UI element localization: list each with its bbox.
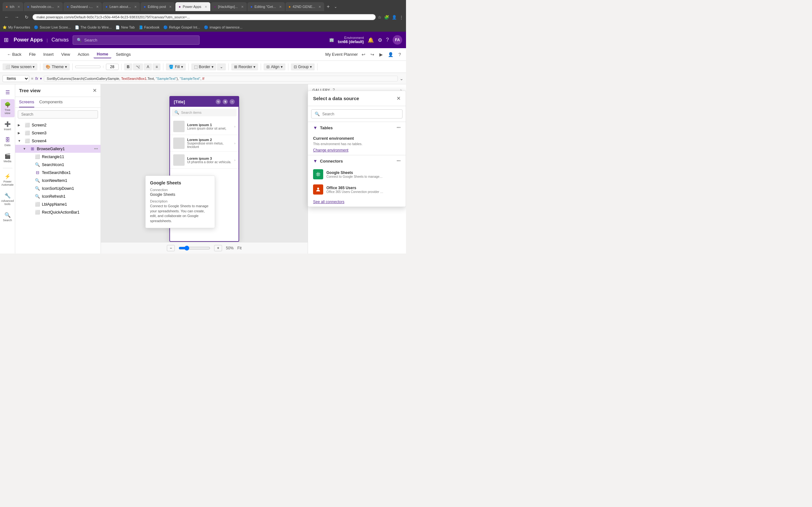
back-button[interactable]: ←: [3, 14, 11, 20]
align-button[interactable]: ≡: [153, 63, 160, 70]
url-input[interactable]: [32, 14, 376, 20]
profile-icon[interactable]: 👤: [392, 15, 397, 20]
tab-hackalgo[interactable]: ● [HackAlgo]... ✕: [211, 2, 247, 11]
tree-item-iconrefresh1[interactable]: 🔍 IconRefresh1: [15, 192, 101, 200]
bookmark-refuge[interactable]: 🔵 Refuge Gospel Int...: [163, 25, 200, 30]
formula-bar[interactable]: SortByColumns(Search(CustomGallerySample…: [44, 76, 398, 81]
connector-google-sheets[interactable]: Google Sheets Connect to Google Sheets t…: [308, 167, 406, 182]
menu-home[interactable]: Home: [94, 50, 111, 58]
tree-item-screen3[interactable]: ▶ ⬜ Screen3: [15, 129, 101, 137]
color-button[interactable]: A: [144, 63, 152, 70]
help-menu-icon[interactable]: ?: [397, 51, 402, 58]
align-btn[interactable]: ⊟ Align ▾: [264, 63, 286, 70]
grid-icon[interactable]: ⊞: [4, 37, 9, 43]
sidebar-item-menu[interactable]: ☰: [1, 87, 14, 98]
tab-close[interactable]: ✕: [134, 5, 137, 9]
zoom-slider[interactable]: [179, 245, 210, 250]
bookmark-favourites[interactable]: ⭐ My Favourites: [3, 25, 30, 30]
tree-item-screen2[interactable]: ▶ ⬜ Screen2: [15, 121, 101, 129]
sidebar-item-insert[interactable]: ➕ Insert: [1, 118, 14, 133]
font-name-box[interactable]: [75, 66, 101, 68]
person-search-icon[interactable]: 👤: [387, 51, 395, 58]
tab-learn[interactable]: ● Learn about... ✕: [102, 2, 140, 11]
reload-button[interactable]: ↻: [23, 14, 31, 20]
tree-item-browsegallery[interactable]: ▼ ⊞ BrowseGallery1 •••: [15, 145, 101, 153]
tab-close[interactable]: ✕: [241, 5, 244, 9]
bookmark-soccer[interactable]: 🔵 Soccer Live Score...: [34, 25, 71, 30]
tab-close[interactable]: ✕: [279, 5, 282, 9]
phone-list-item-2[interactable]: Lorem ipsum 2 Suspendisse enim metus, ti…: [170, 135, 239, 152]
property-select[interactable]: Items: [3, 75, 29, 82]
see-all-connectors-link[interactable]: See all connectors: [308, 197, 406, 207]
tree-item-rectquickactionbar1[interactable]: ⬜ RectQuickActionBar1: [15, 208, 101, 216]
menu-insert[interactable]: Insert: [40, 51, 57, 58]
tab-close[interactable]: ✕: [205, 5, 207, 9]
menu-file[interactable]: File: [26, 51, 39, 58]
fill-button[interactable]: 🪣 Fill ▾: [166, 63, 186, 70]
tree-item-searchicon1[interactable]: 🔍 SearchIcon1: [15, 161, 101, 169]
add-header-icon[interactable]: +: [230, 99, 235, 104]
formula-expand-icon[interactable]: ▾: [40, 76, 42, 81]
theme-button[interactable]: 🎨 Theme ▾: [43, 63, 69, 70]
back-menu-item[interactable]: ← Back: [4, 51, 25, 58]
connector-office365[interactable]: Office 365 Users Office 365 Users Connec…: [308, 182, 406, 197]
tree-item-screen4[interactable]: ▼ ⬜ Screen4: [15, 137, 101, 145]
settings-icon[interactable]: ⚙: [378, 37, 382, 43]
menu-action[interactable]: Action: [74, 51, 92, 58]
sidebar-item-advanced-tools[interactable]: 🔧 Advanced tools: [1, 190, 14, 208]
help-icon[interactable]: ?: [386, 37, 389, 43]
change-env-link[interactable]: Change environment: [313, 148, 348, 153]
sidebar-item-media[interactable]: 🎬 Media: [1, 151, 14, 165]
tab-close[interactable]: ✕: [57, 5, 60, 9]
tab-hashnode[interactable]: ● hashnode.co... ✕: [24, 2, 63, 11]
tree-tab-components[interactable]: Components: [39, 97, 63, 107]
more-options-icon[interactable]: •••: [94, 147, 98, 151]
fit-label[interactable]: Fit: [237, 246, 241, 250]
tree-item-iconnewitem1[interactable]: 🔍 IconNewItem1: [15, 176, 101, 184]
bookmark-guide[interactable]: 📄 The Guide to Wire...: [75, 25, 112, 30]
tree-tab-screens[interactable]: Screens: [19, 97, 34, 107]
border-button[interactable]: ⬚ Border ▾: [191, 63, 216, 70]
group-button[interactable]: ⊡ Group ▾: [291, 63, 315, 70]
formula-chevron-icon[interactable]: ⌄: [400, 76, 403, 81]
bookmark-facebook[interactable]: 📘 Facebook: [139, 25, 159, 30]
phone-search-bar[interactable]: 🔍 Search items: [172, 109, 237, 116]
new-screen-button[interactable]: ⬜ New screen ▾: [3, 63, 38, 70]
avatar[interactable]: FA: [393, 35, 402, 45]
bold-button[interactable]: B: [124, 63, 133, 70]
sidebar-item-search[interactable]: 🔍 Search: [1, 210, 14, 224]
ds-search-input[interactable]: [322, 112, 399, 116]
phone-list-item-1[interactable]: Lorem ipsum 1 Lorem ipsum dolor sit amet…: [170, 118, 239, 135]
new-tab-button[interactable]: +: [325, 4, 332, 9]
bookmark-icon[interactable]: ☆: [378, 15, 382, 20]
tab-42nd[interactable]: ● 42ND GENE... ✕: [286, 2, 324, 11]
tab-powerapps[interactable]: ● Power Apps ✕: [175, 2, 210, 11]
tab-editing-post[interactable]: ● Editing post ✕: [141, 2, 175, 11]
sidebar-item-power-automate[interactable]: ⚡ Power Automate: [1, 171, 14, 189]
tab-tch[interactable]: ● tch ✕: [3, 2, 23, 11]
font-size-value[interactable]: 28: [106, 64, 119, 70]
phone-list-item-3[interactable]: Lorem ipsum 3 Ut pharetra a dolor ac veh…: [170, 152, 239, 169]
tab-close[interactable]: ✕: [169, 5, 171, 9]
ds-connectors-header[interactable]: ▼ Connectors •••: [308, 155, 406, 167]
extensions-icon[interactable]: 🧩: [384, 15, 389, 20]
forward-button[interactable]: →: [13, 14, 21, 20]
menu-dots-icon[interactable]: ⋮: [399, 15, 403, 20]
tables-more-icon[interactable]: •••: [397, 125, 401, 130]
menu-view[interactable]: View: [58, 51, 73, 58]
italic-button[interactable]: ⌥: [133, 63, 143, 70]
sort-header-icon[interactable]: ⇅: [223, 99, 228, 104]
tree-item-iconsortupdown1[interactable]: 🔍 IconSortUpDown1: [15, 184, 101, 192]
tree-close-button[interactable]: ✕: [93, 88, 97, 94]
ds-close-button[interactable]: ✕: [397, 95, 401, 101]
sidebar-item-data[interactable]: 🗄 Data: [1, 135, 14, 149]
sidebar-item-treeview[interactable]: 🌳 Tree view: [1, 99, 14, 117]
tab-close[interactable]: ✕: [96, 5, 99, 9]
tab-dashboard[interactable]: ● Dashboard -... ✕: [63, 2, 101, 11]
connectors-more-icon[interactable]: •••: [397, 159, 401, 163]
tab-close[interactable]: ✕: [318, 5, 321, 9]
search-input[interactable]: [84, 38, 195, 43]
tab-more-icon[interactable]: ⌄: [332, 4, 339, 9]
search-box[interactable]: 🔍: [72, 36, 200, 45]
tab-editing-get[interactable]: ● Editing "Get... ✕: [247, 2, 285, 11]
